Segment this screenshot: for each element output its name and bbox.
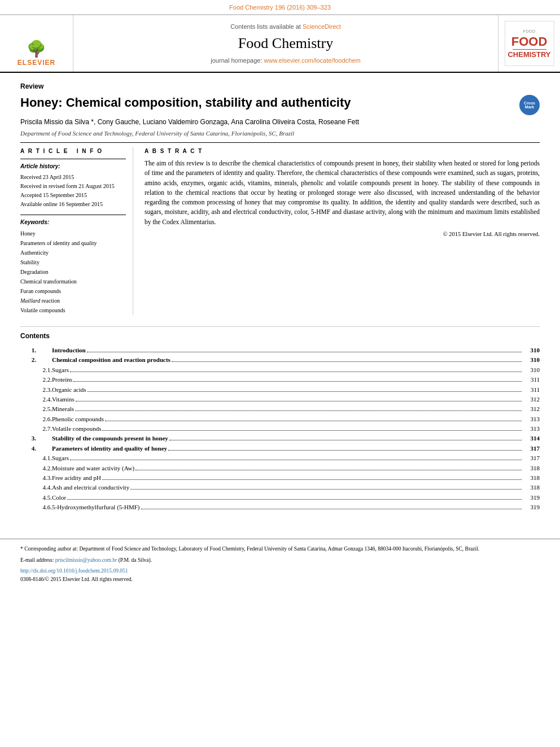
toc-page: 311 (523, 385, 540, 395)
keyword-degradation: Degradation (20, 267, 126, 277)
toc-title-text: Ash and electrical conductivity (52, 483, 129, 492)
toc-title: Minerals (52, 404, 523, 414)
toc-page: 312 (523, 404, 540, 414)
toc-sub-num: 4.4. (36, 483, 52, 492)
footer-email: E-mail address: priscilmissio@yahoo.com.… (20, 556, 540, 564)
toc-item: 4.3.Free acidity and pH 318 (20, 473, 540, 483)
sciencedirect-link[interactable]: ScienceDirect (303, 23, 341, 30)
toc-item: 4.Parameters of identity and quality of … (20, 444, 540, 453)
contents-available-text: Contents lists available at ScienceDirec… (230, 23, 341, 31)
contents-section: Contents 1.Introduction 3102.Chemical co… (20, 326, 540, 512)
toc-sub-num (36, 434, 52, 443)
keyword-maillard: Maillard reaction (20, 296, 126, 305)
keyword-furan: Furan compounds (20, 286, 126, 296)
toc-num: 3. (20, 434, 36, 443)
toc-title: Volatile compounds (52, 424, 523, 434)
toc-page: 319 (523, 503, 540, 512)
toc-num (20, 483, 36, 492)
toc-title: Stability of the compounds present in ho… (52, 434, 523, 443)
toc-num (20, 365, 36, 375)
toc-num: 1. (20, 346, 36, 355)
keywords-label: Keywords: (20, 219, 126, 226)
toc-item: 3.Stability of the compounds present in … (20, 434, 540, 443)
article-info-header: A R T I C L E I N F O (20, 147, 126, 155)
toc-num (20, 473, 36, 483)
toc-title: Introduction (52, 346, 523, 355)
crossmark-badge: CrossMark (519, 95, 540, 115)
toc-num (20, 375, 36, 385)
toc-title-text: Parameters of identity and quality of ho… (52, 444, 167, 453)
toc-item: 4.5.Color 319 (20, 493, 540, 503)
toc-page: 317 (523, 444, 540, 453)
fc-logo-chemistry-text: CHEMISTRY (508, 51, 550, 58)
toc-page: 313 (523, 424, 540, 434)
keyword-honey: Honey (20, 229, 126, 238)
toc-sub-num (36, 346, 52, 355)
toc-page: 313 (523, 414, 540, 424)
toc-title: Free acidity and pH (52, 473, 523, 483)
accepted-date: Accepted 15 September 2015 (20, 191, 126, 200)
toc-sub-num: 4.5. (36, 493, 52, 503)
divider-info (20, 159, 126, 159)
toc-sub-num (36, 444, 52, 453)
toc-title: Proteins (52, 375, 523, 385)
toc-item: 2.2.Proteins 311 (20, 375, 540, 385)
elsevier-tree-icon: 🌳 (27, 41, 46, 57)
journal-citation: Food Chemistry 196 (2016) 309–323 (229, 4, 331, 11)
copyright: © 2015 Elsevier Ltd. All rights reserved… (145, 230, 540, 239)
toc-item: 2.6.Phenolic compounds 313 (20, 414, 540, 424)
homepage-link[interactable]: www.elsevier.com/locate/foodchem (264, 57, 361, 64)
toc-page: 312 (523, 395, 540, 404)
toc-item: 4.6.5-Hydroxymethylfurfural (5-HMF) 319 (20, 503, 540, 512)
toc-title: 5-Hydroxymethylfurfural (5-HMF) (52, 503, 523, 512)
keyword-stability: Stability (20, 257, 126, 267)
toc-item: 2.Chemical composition and reaction prod… (20, 355, 540, 365)
toc-page: 311 (523, 375, 540, 385)
toc-sub-num: 4.3. (36, 473, 52, 483)
toc-num (20, 395, 36, 404)
toc-sub-num: 4.1. (36, 453, 52, 463)
toc-item: 4.1.Sugars 317 (20, 453, 540, 463)
authors: Priscila Missio da Silva *, Cony Gauche,… (20, 117, 540, 127)
received-date: Received 23 April 2015 (20, 173, 126, 182)
toc-title: Moisture and water activity (Aw) (52, 464, 523, 473)
journal-center: Contents lists available at ScienceDirec… (73, 15, 498, 72)
toc-page: 314 (523, 434, 540, 443)
toc-page: 318 (523, 464, 540, 473)
toc-num (20, 414, 36, 424)
fc-logo-top-text: FOOD (523, 29, 535, 34)
elsevier-label: ELSEVIER (18, 58, 55, 68)
toc-num (20, 404, 36, 414)
contents-title: Contents (20, 331, 540, 341)
toc-sub-num: 2.1. (36, 365, 52, 375)
toc-title-text: Color (52, 493, 66, 502)
footer-email-link[interactable]: priscilmissio@yahoo.com.br (55, 557, 117, 563)
keyword-parameters: Parameters of identity and quality (20, 238, 126, 248)
article-type: Review (20, 82, 540, 91)
toc-title: Parameters of identity and quality of ho… (52, 444, 523, 453)
footer-doi-link[interactable]: http://dx.doi.org/10.1016/j.foodchem.201… (20, 568, 128, 574)
toc-item: 2.4.Vitamins 312 (20, 395, 540, 404)
footer-issn: 0308-8146/© 2015 Elsevier Ltd. All right… (20, 576, 540, 583)
toc-sub-num: 2.4. (36, 395, 52, 404)
toc-page: 317 (523, 453, 540, 463)
fc-logo-food-text: FOOD (511, 36, 548, 48)
toc-title: Organic acids (52, 385, 523, 395)
toc-title-text: Minerals (52, 405, 74, 413)
toc-title: Vitamins (52, 395, 523, 404)
toc-page: 319 (523, 493, 540, 503)
toc-num (20, 385, 36, 395)
article-title: CrossMark Honey: Chemical composition, s… (20, 95, 540, 111)
affiliation: Department of Food Science and Technolog… (20, 129, 540, 138)
toc-table: 1.Introduction 3102.Chemical composition… (20, 346, 540, 513)
fc-logo-box: FOOD FOOD CHEMISTRY (505, 21, 554, 66)
toc-num (20, 493, 36, 503)
food-chemistry-logo: FOOD FOOD CHEMISTRY (498, 15, 560, 72)
crossmark-icon: CrossMark (519, 95, 540, 115)
article-meta-section: A R T I C L E I N F O Article history: R… (20, 147, 540, 315)
toc-page: 310 (523, 346, 540, 355)
toc-title-text: Introduction (52, 346, 86, 355)
toc-title-text: Chemical composition and reaction produc… (52, 356, 170, 364)
article-history-label: Article history: (20, 163, 126, 171)
toc-page: 318 (523, 473, 540, 483)
